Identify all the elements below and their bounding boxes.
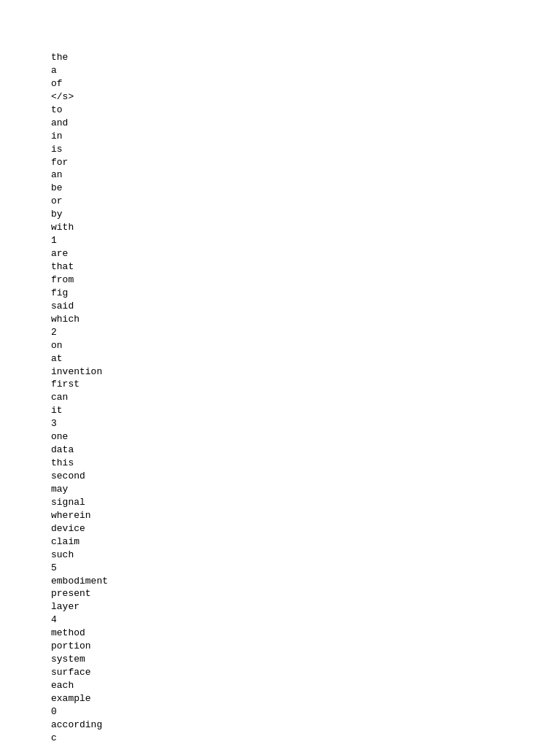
list-item: at [51,352,560,365]
list-item: surface [51,666,560,679]
list-item: 1 [51,234,560,247]
list-item: according [51,719,560,732]
list-item: system [51,653,560,666]
list-item: to [51,104,560,117]
list-item: invention [51,365,560,379]
list-item: 2 [51,326,560,339]
list-item: layer [51,600,560,614]
list-item: embodiment [51,575,560,588]
list-item: which [51,313,560,326]
list-item: fig [51,287,560,300]
list-item: 4 [51,614,560,627]
list-item: that [51,260,560,274]
list-item: first [51,378,560,391]
list-item: 3 [51,417,560,430]
list-item: with [51,221,560,234]
list-item: be [51,182,560,195]
list-item: one [51,430,560,444]
list-item: said [51,300,560,313]
list-item: the [51,51,560,64]
list-item: </s> [51,90,560,104]
list-item: from [51,274,560,287]
list-item: signal [51,496,560,509]
list-item: are [51,247,560,260]
list-item: c [51,732,560,745]
list-item: on [51,339,560,352]
list-item: claim [51,535,560,549]
list-item: may [51,483,560,496]
list-item: it [51,404,560,417]
list-item: 5 [51,562,560,575]
list-item: in [51,130,560,143]
list-item: example [51,692,560,705]
list-item: device [51,522,560,535]
list-item: data [51,444,560,457]
word-list: theaof</s>toandinisforanbeorbywith1areth… [51,51,560,747]
list-item: is [51,143,560,156]
list-item: present [51,587,560,600]
list-item: for [51,156,560,169]
list-item: an [51,169,560,182]
list-item: by [51,208,560,221]
list-item: this [51,457,560,470]
list-item: and [51,117,560,130]
list-item: second [51,470,560,483]
list-item: method [51,627,560,640]
list-item: or [51,195,560,208]
list-item: wherein [51,509,560,522]
list-item: portion [51,640,560,653]
list-item: each [51,679,560,692]
list-item: can [51,391,560,404]
list-item: such [51,549,560,562]
list-item: 0 [51,705,560,719]
list-item: of [51,77,560,90]
list-item: a [51,64,560,77]
